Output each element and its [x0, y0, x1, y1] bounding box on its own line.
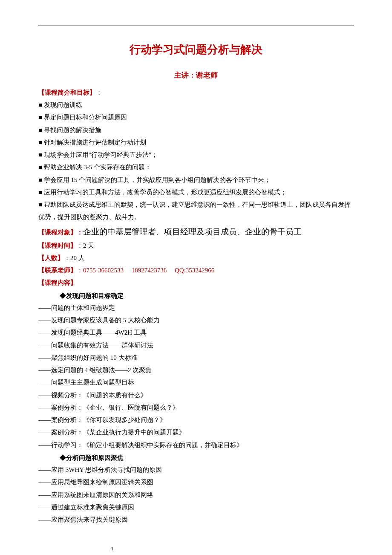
content-item: ——问题型主主题生成问题型目标 — [38, 376, 354, 389]
content-header: 【课程内容】 — [38, 277, 354, 289]
contact-value: ：0755-36602533 18927423736 QQ:353242966 — [77, 267, 214, 274]
content-item: ——问题的主体和问题界定 — [38, 302, 354, 314]
bullet-item: ■ 学会应用 15 个问题解决的工具，并实战应用到各小组问题解决的各个环节中来； — [38, 174, 354, 186]
time-label: 【课程时间】 — [38, 242, 77, 249]
page-number: 1 — [38, 543, 354, 554]
subheading-2: ◆分析问题和原因聚焦 — [38, 451, 354, 464]
content-item: ——应用系统图来厘清原因的关系和网络 — [38, 489, 354, 501]
contact-label: 【联系老师】 — [38, 267, 77, 274]
time-value: ：2 天 — [77, 242, 94, 249]
intro-label: 【课程简介和目标】 — [38, 89, 96, 96]
content-item: ——发现问题经典工具——4W2H 工具 — [38, 327, 354, 339]
content-item: ——通过建立标准来聚焦关键原因 — [38, 501, 354, 514]
lecturer-prefix: 主讲： — [174, 71, 196, 79]
content-item: ——案例分析：《某企业执行力提升中的问题开题》 — [38, 426, 354, 439]
people-line: 【人数】：20 人 — [38, 252, 354, 264]
content-item: ——聚焦组织的好问题的 10 大标准 — [38, 352, 354, 364]
audience-line: 【课程对象】：企业的中基层管理者、项目经理及项目成员、企业的骨干员工 — [38, 224, 354, 240]
bullet-item: ■ 帮助团队成员达成思维上的默契，统一认识，建立思维意识的一致性，在同一思维轨道… — [38, 199, 354, 224]
intro-header: 【课程简介和目标】： — [38, 87, 354, 99]
content-item: ——选定问题的 4 维破题法——2 次聚焦 — [38, 364, 354, 376]
content-item: ——应用思维导图来绘制原因逻辑关系图 — [38, 476, 354, 489]
bullet-item: ■ 针对解决措施进行评估制定行动计划 — [38, 136, 354, 149]
bullet-item: ■ 现场学会并应用"行动学习经典五步法"； — [38, 149, 354, 161]
content-label: 【课程内容】 — [38, 279, 77, 286]
lecturer-name: 谢老师 — [196, 71, 218, 79]
contact-line: 【联系老师】：0755-36602533 18927423736 QQ:3532… — [38, 264, 354, 277]
top-divider — [38, 26, 354, 26]
intro-colon: ： — [96, 89, 102, 96]
content-item: ——应用 3WHY 思维分析法寻找问题的原因 — [38, 464, 354, 476]
lecturer-line: 主讲：谢老师 — [38, 68, 354, 82]
audience-label: 【课程对象】： — [38, 229, 83, 236]
content-item: ——案例分析：《你可以发现多少处问题？》 — [38, 414, 354, 426]
content-item: ——发现问题专家应该具备的 5 大核心能力 — [38, 314, 354, 327]
bullet-item: ■ 寻找问题的解决措施 — [38, 124, 354, 136]
content-item: ——问题收集的有效方法——群体研讨法 — [38, 339, 354, 352]
bullet-item: ■ 界定问题目标和分析问题原因 — [38, 111, 354, 124]
bullet-item: ■ 发现问题训练 — [38, 99, 354, 111]
bullet-item: ■ 应用行动学习的工具和方法，改善学员的心智模式，形成更适应组织发展的心智模式； — [38, 186, 354, 199]
people-label: 【人数】 — [38, 254, 64, 261]
content-item: ——行动学习：《确定小组要解决组织中实际存在的问题，并确定目标》 — [38, 439, 354, 451]
people-value: ：20 人 — [64, 254, 85, 261]
content-item: ——案例分析：《企业、银行、医院有问题么？》 — [38, 402, 354, 414]
bullet-item: ■ 帮助企业解决 3-5 个实际存在的问题； — [38, 161, 354, 173]
audience-value: 企业的中基层管理者、项目经理及项目成员、企业的骨干员工 — [83, 227, 302, 236]
content-item: ——应用聚焦法来寻找关键原因 — [38, 514, 354, 526]
document-title: 行动学习式问题分析与解决 — [38, 39, 354, 61]
time-line: 【课程时间】：2 天 — [38, 240, 354, 252]
subheading-1: ◆发现问题和目标确定 — [38, 289, 354, 302]
content-item: ——视频分析：《问题的本质有什么》 — [38, 389, 354, 402]
